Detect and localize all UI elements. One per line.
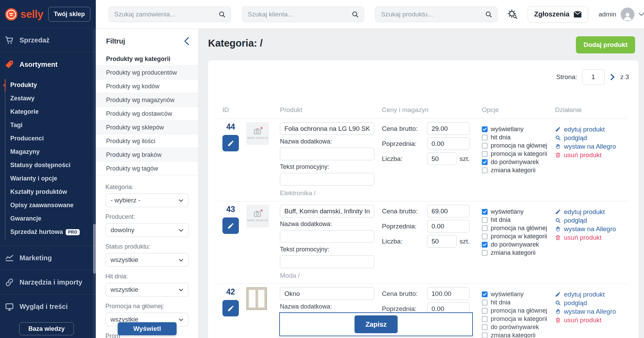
- action-hand[interactable]: wystaw na Allegro: [555, 142, 629, 151]
- filter-list-item[interactable]: Produkty wg ilości: [96, 134, 198, 148]
- previous-price-input[interactable]: [427, 220, 469, 233]
- option-checkbox[interactable]: [482, 234, 488, 239]
- promo-text-input[interactable]: [280, 173, 374, 186]
- gross-price-input[interactable]: [427, 205, 469, 217]
- sidebar-subitem-produkty[interactable]: Produkty: [0, 78, 96, 92]
- category-select[interactable]: - wybierz -: [105, 193, 189, 207]
- sidebar-subitem-magazyny[interactable]: Magazyny: [0, 145, 96, 159]
- avatar[interactable]: [621, 8, 634, 21]
- gross-price-input[interactable]: [427, 122, 469, 135]
- action-magnifier[interactable]: podgląd: [555, 216, 629, 225]
- sidebar-item-marketing[interactable]: Marketing: [0, 246, 96, 270]
- filter-list-item[interactable]: Produkty wg sklepów: [96, 121, 198, 134]
- option-checkbox[interactable]: [482, 316, 488, 322]
- option-checkbox[interactable]: [482, 151, 488, 157]
- option-checkbox[interactable]: [482, 291, 488, 297]
- option-checkbox[interactable]: [482, 308, 488, 314]
- sidebar-subitem-opisy-zaawansowane[interactable]: Opisy zaawansowane: [0, 199, 96, 212]
- your-shop-button[interactable]: Twój sklep: [48, 7, 90, 22]
- quantity-input[interactable]: [427, 152, 456, 165]
- filter-list-item[interactable]: Produkty wg dostawców: [96, 107, 198, 121]
- action-pencil[interactable]: edytuj produkt: [555, 125, 629, 134]
- additional-name-input[interactable]: [280, 230, 374, 243]
- product-name-input[interactable]: [280, 287, 374, 300]
- sidebar-subitem-gwarancje[interactable]: Gwarancje: [0, 212, 96, 225]
- sidebar-subitem-tagi[interactable]: Tagi: [0, 118, 96, 132]
- sidebar-subitem-producenci[interactable]: Producenci: [0, 132, 96, 145]
- filter-list-item[interactable]: Produkty wg tagów: [96, 162, 198, 175]
- filter-list-item[interactable]: Produkty wg magazynów: [96, 93, 198, 107]
- product-name-input[interactable]: [280, 205, 374, 217]
- option-checkbox[interactable]: [482, 324, 488, 330]
- producer-select[interactable]: dowolny: [105, 223, 189, 237]
- filter-list-item[interactable]: Produkty wg kategorii: [96, 52, 198, 66]
- search-icon[interactable]: [218, 11, 226, 18]
- sidebar-item-tools[interactable]: Narzędzia i importy: [0, 270, 96, 294]
- sidebar-item-appearance[interactable]: Wygląd i treści: [0, 295, 96, 318]
- previous-price-input[interactable]: [427, 137, 469, 150]
- sidebar-subitem-statusy-dost-pno-ci[interactable]: Statusy dostępności: [0, 159, 96, 172]
- action-trash[interactable]: usuń produkt: [555, 151, 629, 159]
- search-products-input[interactable]: [381, 11, 485, 18]
- filter-list-item[interactable]: Produkty wg braków: [96, 148, 198, 162]
- action-magnifier[interactable]: podgląd: [555, 299, 629, 307]
- sidebar-scrollbar-thumb[interactable]: [93, 224, 96, 274]
- product-name-input[interactable]: [280, 122, 374, 135]
- edit-product-button[interactable]: [222, 300, 239, 316]
- user-menu[interactable]: admin: [598, 8, 644, 21]
- option-checkbox[interactable]: [482, 167, 488, 173]
- search-clients-input[interactable]: [248, 11, 352, 18]
- page-number-input[interactable]: [582, 69, 605, 85]
- save-button[interactable]: Zapisz: [355, 315, 398, 333]
- show-results-button[interactable]: Wyświetl: [118, 322, 177, 335]
- sidebar-subitem-kszta-ty-produkt-w[interactable]: Kształty produktów: [0, 185, 96, 199]
- edit-product-button[interactable]: [222, 217, 239, 234]
- product-status-select[interactable]: wszystkie: [105, 253, 189, 267]
- search-icon[interactable]: [485, 11, 492, 18]
- reports-button[interactable]: Zgłoszenia: [528, 6, 588, 23]
- filter-list-item[interactable]: Produkty wg kodów: [96, 79, 198, 93]
- knowledge-base-button[interactable]: Baza wiedzy: [19, 322, 74, 335]
- search-orders-input[interactable]: [114, 11, 218, 18]
- additional-name-input[interactable]: [280, 148, 374, 160]
- sidebar-item-asortyment[interactable]: Asortyment: [0, 52, 96, 76]
- quantity-input[interactable]: [427, 235, 456, 248]
- option-checkbox[interactable]: [482, 135, 488, 140]
- sidebar-subitem-warianty-i-opcje[interactable]: Warianty i opcje: [0, 172, 96, 185]
- option-checkbox[interactable]: [482, 159, 488, 165]
- option-checkbox[interactable]: [482, 209, 488, 215]
- action-pencil[interactable]: edytuj produkt: [555, 208, 629, 216]
- promo-text-input[interactable]: [280, 255, 374, 268]
- option-checkbox[interactable]: [482, 242, 488, 248]
- advanced-search-settings-icon[interactable]: [507, 9, 518, 20]
- sidebar-subitem-sprzeda-hurtowa[interactable]: Sprzedaż hurtowaPRO: [0, 225, 96, 239]
- edit-product-button[interactable]: [222, 135, 239, 151]
- option-checkbox[interactable]: [482, 225, 488, 231]
- sidebar-subitem-zestawy[interactable]: Zestawy: [0, 92, 96, 105]
- option-checkbox[interactable]: [482, 300, 488, 305]
- gross-price-input[interactable]: [427, 287, 469, 300]
- option-checkbox[interactable]: [482, 126, 488, 132]
- sidebar-scrollbar[interactable]: [93, 29, 96, 338]
- action-trash[interactable]: usuń produkt: [555, 233, 629, 242]
- sidebar-item-sprzedaz[interactable]: Sprzedaż: [0, 28, 96, 52]
- next-page-chevron-right-icon[interactable]: [609, 74, 616, 80]
- option-checkbox[interactable]: [482, 143, 488, 149]
- action-trash[interactable]: usuń produkt: [555, 316, 629, 324]
- action-pencil[interactable]: edytuj produkt: [555, 290, 629, 299]
- search-icon[interactable]: [351, 11, 359, 18]
- option-label: wyświetlany: [491, 126, 524, 133]
- action-hand[interactable]: wystaw na Allegro: [555, 225, 629, 233]
- option-checkbox[interactable]: [482, 250, 488, 256]
- hit-of-day-select[interactable]: wszystkie: [105, 283, 189, 297]
- action-magnifier[interactable]: podgląd: [555, 134, 629, 142]
- field-label: Hit dnia:: [105, 273, 189, 280]
- filter-list-item[interactable]: Produkty wg producentów: [96, 66, 198, 79]
- chevron-down-icon[interactable]: [639, 13, 644, 16]
- option-checkbox[interactable]: [482, 333, 488, 338]
- sidebar-subitem-kategorie[interactable]: Kategorie: [0, 105, 96, 118]
- option-checkbox[interactable]: [482, 217, 488, 223]
- collapse-filter-chevron-left-icon[interactable]: [184, 37, 189, 45]
- action-hand[interactable]: wystaw na Allegro: [555, 307, 629, 316]
- add-product-button[interactable]: Dodaj produkt: [576, 36, 635, 53]
